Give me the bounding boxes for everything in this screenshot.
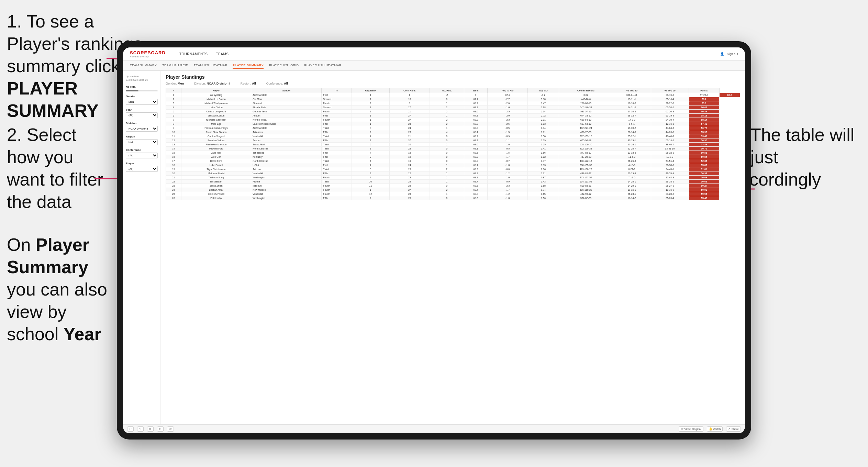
table-row: 4Luke ClatonFlorida StateSecond127268.2-… [166, 105, 740, 110]
filter-region: Region: All [241, 82, 256, 85]
table-row: 12Brendan ValdesAuburnFifth337068.4-1.11… [166, 138, 740, 143]
table-row: 22Ian GilliganFloridaThird1024168.7-0.91… [166, 180, 740, 184]
instruction-bottom: On Player Summary you can also view by s… [7, 234, 113, 345]
table-row: 9Preston SummerhaysArizona StateThird324… [166, 126, 740, 130]
grid-btn[interactable]: ⊟ [157, 426, 164, 432]
standings-table: # Player School Yr Reg Rank Conf Rank No… [166, 88, 740, 200]
conference-select[interactable]: (All) [126, 153, 158, 158]
nav-tournaments[interactable]: TOURNAMENTS [179, 52, 208, 56]
table-row: 8Mats EgeEast Tennessee StateFifth124268… [166, 122, 740, 126]
table-filters: Gender: Men Division: NCAA Division I Re… [166, 82, 740, 85]
player-select[interactable]: (All) [126, 166, 158, 172]
table-row: 25Cole SherwoodVanderbiltFourth1223169.3… [166, 192, 740, 196]
redo-btn[interactable]: ↪ [137, 426, 144, 432]
instruction-1-bold: PLAYER SUMMARY [7, 78, 99, 121]
table-area: Player Standings Gender: Men Division: N… [161, 71, 745, 424]
sign-out-link[interactable]: Sign out [727, 52, 738, 56]
col-top25: Vs Top 25 [613, 88, 651, 93]
table-title: Player Standings [166, 74, 740, 80]
table-header-row: # Player School Yr Reg Rank Conf Rank No… [166, 88, 740, 93]
table-row: 15Jake HallTennesseeFifth718068.5-1.51.6… [166, 151, 740, 155]
filter-conference: Conference: All [266, 82, 288, 85]
nav-items: TOURNAMENTS TEAMS [179, 52, 710, 56]
sidebar-player: Player (All) [126, 162, 158, 172]
user-icon: 👤 [720, 52, 724, 56]
table-row: 3Michael ThorbjornsenStanfordFourth28168… [166, 101, 740, 105]
year-select[interactable]: (All) [126, 112, 158, 118]
sidebar-region: Region N/A [126, 135, 158, 145]
filter-gender: Gender: Men [166, 82, 184, 85]
nav-right: 👤 Sign out [720, 52, 738, 56]
table-row: 17David FordNorth CarolinaThird419069.2-… [166, 159, 740, 163]
view-btn[interactable]: 👁 View: Original [679, 426, 703, 432]
col-points: Points [689, 88, 719, 93]
division-select[interactable]: NCAA Division I [126, 126, 158, 132]
col-reg-rank: Reg Rank [352, 88, 389, 93]
table-row: 5Christo LamprechtGeorgia TechFourth2212… [166, 110, 740, 114]
table-row: 18Luke PowellUCLAFirst424169.1-1.81.1350… [166, 163, 740, 167]
subnav-player-h2h-heatmap[interactable]: PLAYER H2H HEATMAP [304, 63, 341, 69]
sidebar-no-rds: No Rds. [126, 85, 158, 91]
table-row: 2Michael Le SassoOle MissSecond118067.1-… [166, 97, 740, 101]
col-no-rds: No. Rds. [430, 88, 464, 93]
main-content: Update time: 27/03/2024 16:56:26 No Rds.… [123, 71, 745, 424]
col-avg-sg: Avg SG [528, 88, 559, 93]
col-top50: Vs Top 50 [651, 88, 689, 93]
col-adj: Adj. to Par [488, 88, 528, 93]
subnav-team-summary[interactable]: TEAM SUMMARY [130, 63, 157, 69]
instruction-2-text: 2. Select how you want to filter the dat… [7, 125, 103, 212]
tablet-screen: SCOREBOARD Powered by clippi TOURNAMENTS… [123, 47, 745, 433]
filter-division: Division: NCAA Division I [194, 82, 230, 85]
col-yr: Yr [322, 88, 352, 93]
subnav-team-h2h-grid[interactable]: TEAM H2H GRID [162, 63, 188, 69]
table-row: 1Wenyi DingArizona StateFirst1115167.1-3… [166, 93, 740, 97]
table-row: 19Tiger ChristensenArizonaThird523269.2-… [166, 167, 740, 171]
table-row: 11Gordon SargentVanderbiltThird421068.7-… [166, 134, 740, 138]
gender-select[interactable]: Men [126, 99, 158, 105]
sidebar-update: Update time: 27/03/2024 16:56:26 [126, 75, 158, 82]
col-school: School [251, 88, 322, 93]
col-player: Player [181, 88, 251, 93]
table-row: 16Alex GoffKentuckyFifth919068.3-1.71.92… [166, 155, 740, 159]
bottom-toolbar: ↩ ↪ ⊞ ⊟ ⏱ 👁 View: Original 🔔 Watch ↗ Sha… [123, 424, 745, 433]
sidebar-gender: Gender Men [126, 95, 158, 105]
sidebar-year: Year (All) [126, 108, 158, 118]
instruction-bottom-bold2: Year [64, 324, 101, 344]
table-row: 14Maxwell FordNorth CarolinaThird322069.… [166, 147, 740, 151]
copy-btn[interactable]: ⊞ [147, 426, 154, 432]
table-row: 13Phichaksn MaichonTexas A&MThird630169.… [166, 143, 740, 147]
table-row: 24Bastian AmatNew MexicoFourth127269.4-1… [166, 188, 740, 192]
share-btn[interactable]: ↗ Share [726, 426, 741, 432]
col-num: # [166, 88, 181, 93]
table-row: 21Taehoon SongWashingtonFourth423169.2-1… [166, 176, 740, 180]
logo-area: SCOREBOARD Powered by clippi [130, 50, 166, 58]
subnav-player-summary[interactable]: PLAYER SUMMARY [233, 63, 264, 69]
table-row: 23Jack LundinMissouriFourth1124068.6-2.3… [166, 184, 740, 188]
tablet: SCOREBOARD Powered by clippi TOURNAMENTS… [117, 41, 751, 440]
timer-btn[interactable]: ⏱ [167, 426, 174, 432]
col-conf-rank: Conf Rank [389, 88, 430, 93]
app-header: SCOREBOARD Powered by clippi TOURNAMENTS… [123, 47, 745, 61]
table-row: 10Jacob Skov OlesenArkansasFifth223468.4… [166, 130, 740, 134]
table-row: 20Matthew RiedelVanderbiltFifth922168.8-… [166, 171, 740, 176]
region-select[interactable]: N/A [126, 139, 158, 145]
col-overall: Overall Record [559, 88, 613, 93]
col-wins: Wins [464, 88, 487, 93]
table-row: 26Petr HrubyWashingtonFifth725068.6-1.81… [166, 196, 740, 200]
sidebar: Update time: 27/03/2024 16:56:26 No Rds.… [123, 71, 161, 424]
logo-sub: Powered by clippi [130, 55, 166, 58]
subnav-team-h2h-heatmap[interactable]: TEAM H2H HEATMAP [194, 63, 227, 69]
watch-btn[interactable]: 🔔 Watch [707, 426, 723, 432]
sub-nav: TEAM SUMMARY TEAM H2H GRID TEAM H2H HEAT… [123, 61, 745, 71]
instruction-bottom-prefix: On [7, 235, 36, 255]
table-row: 7Nicholas GabrelcikNorth FloridaFourth12… [166, 118, 740, 122]
subnav-player-h2h-grid[interactable]: PLAYER H2H GRID [269, 63, 299, 69]
sidebar-division: Division NCAA Division I [126, 122, 158, 132]
sidebar-conference: Conference (All) [126, 148, 158, 158]
nav-teams[interactable]: TEAMS [216, 52, 229, 56]
undo-btn[interactable]: ↩ [127, 426, 134, 432]
table-row: 6Jackson KoivunAuburnFirst127167.3-2.02.… [166, 114, 740, 118]
logo-text: SCOREBOARD [130, 50, 166, 55]
